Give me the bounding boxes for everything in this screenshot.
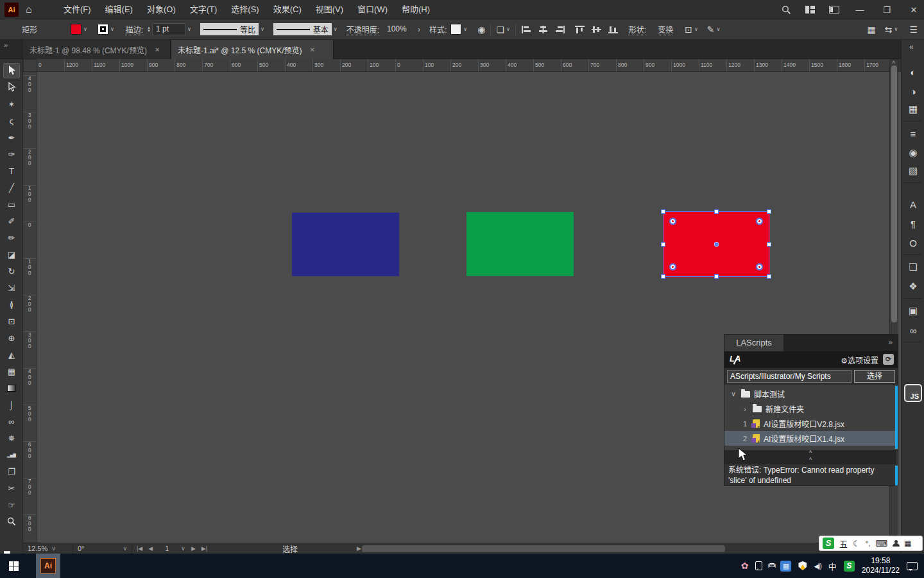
column-graph-tool[interactable]: ▂▅▇ xyxy=(3,447,20,462)
appearance-icon[interactable]: ◉ xyxy=(904,145,922,161)
corner-radius-widget[interactable] xyxy=(669,218,676,225)
restore-button[interactable]: ❐ xyxy=(880,5,893,15)
corner-radius-widget[interactable] xyxy=(669,263,676,270)
align-top-icon[interactable] xyxy=(574,25,585,34)
expander-icon[interactable]: › xyxy=(741,405,749,413)
fill-color-swatch[interactable] xyxy=(71,24,81,35)
menu-item[interactable]: 文字(T) xyxy=(183,0,225,19)
shaper-tool[interactable]: ✏ xyxy=(3,230,20,245)
paintbrush-tool[interactable]: ✐ xyxy=(3,213,20,229)
align-hcenter-icon[interactable] xyxy=(538,25,549,34)
selection-bounding-box[interactable] xyxy=(663,211,769,277)
stroke-profile-dropdown[interactable]: 等比 xyxy=(200,23,259,35)
tray-defender-icon[interactable] xyxy=(798,561,807,570)
workspace-switcher-icon[interactable] xyxy=(805,6,815,13)
artboards-panel-icon[interactable]: ▣ xyxy=(904,303,922,319)
action-center-icon[interactable] xyxy=(907,562,918,570)
taskbar-clock[interactable]: 19:582024/11/22 xyxy=(862,556,900,575)
color-guide-icon[interactable]: ◑ xyxy=(904,83,922,99)
align-vcenter-icon[interactable] xyxy=(591,25,602,34)
horizontal-scrollbar-thumb[interactable] xyxy=(362,545,725,552)
arrange-documents-icon[interactable]: ▦ xyxy=(868,24,876,35)
vertical-scrollbar-thumb[interactable] xyxy=(891,66,897,322)
rectangle-tool[interactable]: ▭ xyxy=(3,197,20,212)
width-tool[interactable]: ≬ xyxy=(3,297,20,312)
corner-radius-widget[interactable] xyxy=(756,263,763,270)
opentype-panel-icon[interactable]: O xyxy=(904,235,922,250)
swatches-icon[interactable]: ▦ xyxy=(904,101,922,117)
selection-handle[interactable] xyxy=(714,209,719,214)
layers-icon[interactable]: ❖ xyxy=(904,279,922,294)
tab-close-icon[interactable]: ✕ xyxy=(310,46,315,53)
panel-menu-icon[interactable]: » xyxy=(888,338,893,347)
input-mode-label[interactable]: 五 xyxy=(839,538,848,550)
last-artboard-button[interactable]: ▶| xyxy=(201,545,207,552)
dock-collapse-icon[interactable]: « xyxy=(909,42,914,51)
paragraph-panel-icon[interactable]: ¶ xyxy=(904,216,922,231)
opacity-field[interactable]: 100% xyxy=(383,23,413,35)
menu-item[interactable]: 文件(F) xyxy=(56,0,98,19)
panel-scrollbar[interactable] xyxy=(895,386,898,449)
search-icon[interactable] xyxy=(782,5,791,15)
moon-icon[interactable]: ☾ xyxy=(853,539,860,548)
artboard-number-field[interactable]: 1 xyxy=(158,545,175,552)
soft-keyboard-icon[interactable]: ⌨ xyxy=(875,539,887,548)
isolate-selection-icon[interactable]: ⊡ xyxy=(685,24,692,35)
close-button[interactable]: ✕ xyxy=(907,5,920,15)
script-tree-row[interactable]: ›新建文件夹 xyxy=(724,401,896,416)
selection-handle[interactable] xyxy=(767,242,771,247)
type-tool[interactable]: T xyxy=(3,163,20,179)
tray-usb-icon[interactable] xyxy=(755,561,762,570)
toolbox-icon[interactable]: ▦ xyxy=(904,539,911,548)
align-left-icon[interactable] xyxy=(521,25,532,34)
stroke-panel-icon[interactable]: ≡ xyxy=(904,126,922,141)
artboard-tool[interactable]: ❐ xyxy=(3,464,20,479)
line-segment-tool[interactable]: ╱ xyxy=(3,180,20,195)
reload-scripts-icon[interactable]: ⟳ xyxy=(883,354,894,365)
select-folder-button[interactable]: 选择 xyxy=(854,370,895,383)
transform-label[interactable]: 变换 xyxy=(658,24,673,35)
opacity-label[interactable]: 不透明度: xyxy=(346,24,379,35)
hand-tool[interactable]: ☞ xyxy=(3,497,20,512)
selection-handle[interactable] xyxy=(661,209,665,214)
free-transform-tool[interactable]: ⊡ xyxy=(3,313,20,329)
menu-item[interactable]: 对象(O) xyxy=(140,0,183,19)
selection-tool[interactable] xyxy=(3,63,20,78)
blue-rectangle[interactable] xyxy=(292,213,399,276)
selection-handle[interactable] xyxy=(767,274,771,279)
zoom-tool[interactable] xyxy=(3,514,20,529)
document-tab-active[interactable]: 未标题-1.ai* @ 12.5 % (CMYK/预览) ✕ xyxy=(171,40,334,59)
selection-handle[interactable] xyxy=(661,274,665,279)
pathfinder-icon[interactable]: ❏ xyxy=(904,259,922,275)
pen-tool[interactable]: ✒ xyxy=(3,130,20,145)
selection-handle[interactable] xyxy=(661,242,665,247)
green-rectangle[interactable] xyxy=(466,212,574,276)
recolor-artwork-icon[interactable]: ◉ xyxy=(477,24,485,35)
application-frame-icon[interactable] xyxy=(829,6,839,13)
menu-item[interactable]: 效果(C) xyxy=(266,0,309,19)
script-tree-row[interactable]: 1AI设置版材咬口V2.8.jsx xyxy=(724,416,896,431)
tray-wifi-icon[interactable]: ))) xyxy=(767,564,776,568)
next-artboard-button[interactable]: ▶ xyxy=(191,545,196,552)
lascripts-dock-icon[interactable]: JS xyxy=(904,384,922,402)
eraser-tool[interactable]: ◪ xyxy=(3,247,20,262)
menu-item[interactable]: 窗口(W) xyxy=(350,0,395,19)
scripts-path-field[interactable]: AScripts/Illustrator/My Scripts xyxy=(727,370,851,383)
stroke-color-swatch[interactable] xyxy=(98,24,108,35)
sogou-logo-icon[interactable]: S xyxy=(823,538,834,549)
minimize-button[interactable]: — xyxy=(853,5,866,15)
scale-tool[interactable]: ⇲ xyxy=(3,280,20,295)
direct-selection-tool[interactable] xyxy=(3,80,20,95)
menu-item[interactable]: 选择(S) xyxy=(224,0,266,19)
perspective-grid-tool[interactable]: ◭ xyxy=(3,347,20,362)
taskbar-illustrator-button[interactable]: Ai xyxy=(36,554,60,578)
eyedropper-tool[interactable]: ⌡ xyxy=(3,397,20,412)
symbol-sprayer-tool[interactable]: ✵ xyxy=(3,430,20,446)
script-tree-row[interactable]: ∨脚本测试 xyxy=(724,387,896,401)
brush-definition-dropdown[interactable]: 基本 xyxy=(273,23,332,35)
start-button[interactable] xyxy=(9,561,19,571)
selection-handle[interactable] xyxy=(714,274,719,279)
punctuation-icon[interactable]: °, xyxy=(866,539,870,547)
stroke-weight-field[interactable]: 1 pt xyxy=(152,23,185,35)
align-bottom-icon[interactable] xyxy=(608,25,619,34)
